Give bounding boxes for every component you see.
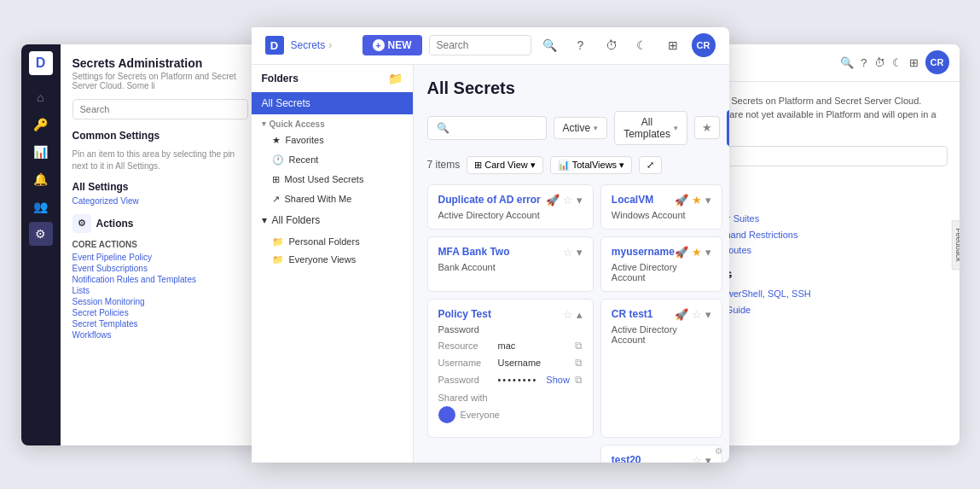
secret-1-chevron-icon[interactable]: ▾ xyxy=(577,194,583,207)
core-action-7[interactable]: Workflows xyxy=(72,330,248,340)
core-action-6[interactable]: Secret Templates xyxy=(72,319,248,329)
core-action-4[interactable]: Session Monitoring xyxy=(72,297,248,306)
secret-1-icons: 🚀 ☆ ▾ xyxy=(546,194,583,207)
admin-nav-secrets[interactable]: 🔑 xyxy=(29,113,53,137)
secret-5-username-label: Username xyxy=(438,358,493,368)
secret-1-star-icon[interactable]: ☆ xyxy=(563,194,573,207)
secret-1-rocket-icon[interactable]: 🚀 xyxy=(546,194,560,207)
secret-5-password-copy-icon[interactable]: ⧉ xyxy=(575,374,583,386)
core-action-1[interactable]: Event Subscriptions xyxy=(72,264,248,273)
secret-5-icons: ☆ ▴ xyxy=(563,308,583,321)
secret-2-star-icon[interactable]: ★ xyxy=(692,194,702,207)
header-avatar[interactable]: CR xyxy=(692,33,716,57)
secret-6-chevron-icon[interactable]: ▾ xyxy=(705,308,711,321)
secret-3-type: Bank Account xyxy=(438,262,583,272)
tree-personal-folders[interactable]: 📁 Personal Folders xyxy=(252,231,413,249)
breadcrumb: Secrets › xyxy=(291,39,356,51)
header-search-input[interactable] xyxy=(429,35,531,55)
admin-nav-settings[interactable]: ⚙ xyxy=(29,222,53,246)
core-action-5[interactable]: Secret Policies xyxy=(72,308,248,317)
templates-filter-btn[interactable]: All Templates ▾ xyxy=(614,111,687,145)
main-logo: D xyxy=(265,36,284,55)
header-grid-btn[interactable]: ⊞ xyxy=(661,33,685,57)
breadcrumb-sep: › xyxy=(328,39,332,51)
admin-common-settings-title: Common Settings xyxy=(72,130,248,142)
favorites-filter-btn[interactable]: ★ xyxy=(694,116,720,139)
secret-3-name[interactable]: MFA Bank Two xyxy=(438,246,510,258)
right-avatar[interactable]: CR xyxy=(925,50,949,74)
secret-5-resource-value: mac xyxy=(498,341,516,351)
secret-2-rocket-icon[interactable]: 🚀 xyxy=(675,194,688,207)
tree-item-recent[interactable]: 🕐 Recent xyxy=(252,150,413,170)
admin-nav-users[interactable]: 👥 xyxy=(29,195,53,218)
tree-item-favorites[interactable]: ★ Favorites xyxy=(252,131,413,150)
card-view-icon: ⊞ xyxy=(474,160,482,171)
secret-card-6-header: CR test1 🚀 ☆ ▾ xyxy=(612,308,711,321)
tree-item-shared[interactable]: ↗ Shared With Me xyxy=(252,189,413,209)
header-search-btn[interactable]: 🔍 xyxy=(538,33,562,57)
secret-3-star-icon[interactable]: ☆ xyxy=(563,246,573,259)
secret-1-name[interactable]: Duplicate of AD error xyxy=(438,194,541,206)
tree-all-folders[interactable]: ▾ All Folders xyxy=(252,209,413,231)
secrets-grid: Duplicate of AD error 🚀 ☆ ▾ Active Direc… xyxy=(427,184,716,463)
admin-nav-chart[interactable]: 📊 xyxy=(29,140,53,164)
core-action-3[interactable]: Lists xyxy=(72,286,248,295)
admin-nav-bell[interactable]: 🔔 xyxy=(29,167,53,191)
tree-most-used-icon: ⊞ xyxy=(272,174,280,185)
admin-categorized-view[interactable]: Categorized View xyxy=(72,196,248,206)
secret-5-username-copy-icon[interactable]: ⧉ xyxy=(575,357,583,369)
secret-6-type: Active Directory Account xyxy=(612,324,711,345)
header-question-btn[interactable]: ? xyxy=(569,33,593,57)
active-filter-btn[interactable]: Active ▾ xyxy=(554,117,608,139)
secret-5-star-icon[interactable]: ☆ xyxy=(563,308,573,321)
total-views-label: TotalViews xyxy=(572,160,617,170)
secrets-search-input[interactable] xyxy=(427,116,547,140)
admin-actions-icon: ⚙ xyxy=(72,214,91,233)
secret-5-shared-dot xyxy=(438,406,455,423)
header-actions: + NEW 🔍 ? ⏱ ☾ ⊞ CR xyxy=(362,33,716,57)
secret-5-show-btn[interactable]: Show xyxy=(546,375,570,385)
secret-2-name[interactable]: LocalVM xyxy=(612,194,653,206)
core-actions-list: Event Pipeline Policy Event Subscription… xyxy=(72,253,248,340)
expand-all-btn[interactable]: ⤢ xyxy=(639,156,662,174)
all-secrets-title: All Secrets xyxy=(427,79,716,98)
secret-2-chevron-icon[interactable]: ▾ xyxy=(705,194,711,207)
new-plus-icon: + xyxy=(373,39,385,51)
secret-6-rocket-icon[interactable]: 🚀 xyxy=(675,308,688,321)
total-views-caret: ▾ xyxy=(619,160,624,171)
tree-personal-icon: 📁 xyxy=(272,236,284,247)
secret-card-4-header: myusername 🚀 ★ ▾ xyxy=(612,246,711,259)
secret-4-chevron-icon[interactable]: ▾ xyxy=(705,246,711,259)
secret-5-name[interactable]: Policy Test xyxy=(438,308,491,320)
card-view-btn[interactable]: ⊞ Card View ▾ xyxy=(467,156,543,174)
tree-shared-label: Shared With Me xyxy=(285,194,352,204)
admin-title: Secrets Administration xyxy=(72,56,248,70)
secrets-toolbar: Active ▾ All Templates ▾ ★ Create Secret xyxy=(427,110,716,146)
breadcrumb-secrets[interactable]: Secrets xyxy=(291,39,326,51)
secret-5-password-label: Password xyxy=(438,375,493,385)
new-button[interactable]: + NEW xyxy=(362,35,422,55)
secret-5-chevron-icon[interactable]: ▴ xyxy=(577,308,583,321)
tree-item-all-secrets[interactable]: All Secrets xyxy=(252,92,413,114)
tree-item-most-used[interactable]: ⊞ Most Used Secrets xyxy=(252,170,413,189)
secret-4-star-icon[interactable]: ★ xyxy=(692,246,702,259)
right-moon-icon: ☾ xyxy=(892,56,902,69)
core-action-0[interactable]: Event Pipeline Policy xyxy=(72,253,248,262)
admin-nav-home[interactable]: ⌂ xyxy=(29,85,53,109)
tree-everyone-views[interactable]: 📁 Everyone Views xyxy=(252,249,413,267)
secret-2-icons: 🚀 ★ ▾ xyxy=(675,194,711,207)
header-timer-btn[interactable]: ⏱ xyxy=(600,33,623,57)
secret-5-resource-copy-icon[interactable]: ⧉ xyxy=(575,340,583,352)
header-moon-btn[interactable]: ☾ xyxy=(630,33,654,57)
secret-3-chevron-icon[interactable]: ▾ xyxy=(577,246,583,259)
feedback-tab[interactable]: Feedback xyxy=(952,220,960,270)
secret-6-name[interactable]: CR test1 xyxy=(612,308,653,320)
admin-search-input[interactable] xyxy=(72,99,248,119)
secret-4-rocket-icon[interactable]: 🚀 xyxy=(675,246,688,259)
secret-4-name[interactable]: myusername xyxy=(612,246,675,258)
secret-6-star-icon[interactable]: ☆ xyxy=(692,308,702,321)
tree-recent-icon: 🕐 xyxy=(272,154,284,166)
total-views-btn[interactable]: 📊 TotalViews ▾ xyxy=(550,156,632,174)
core-action-2[interactable]: Notification Rules and Templates xyxy=(72,275,248,284)
create-secret-btn[interactable]: Create Secret xyxy=(727,110,729,146)
